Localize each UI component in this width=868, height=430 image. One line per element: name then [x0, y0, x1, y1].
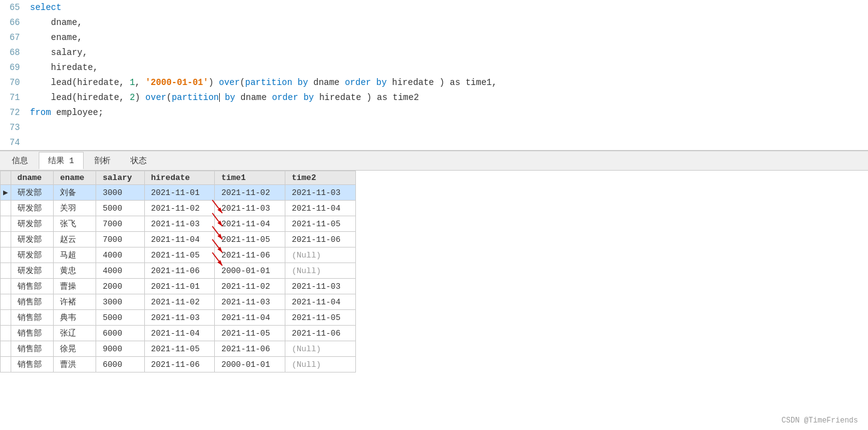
code-line-65: 65 select [0, 0, 868, 15]
table-cell: 2021-11-03 [285, 185, 356, 201]
tab-info[interactable]: 信息 [2, 152, 37, 169]
table-cell: 研发部 [11, 232, 53, 248]
code-line-72: 72 from employee; [0, 105, 868, 120]
table-cell: 9000 [96, 341, 144, 357]
table-cell: 2021-11-04 [285, 294, 356, 310]
table-cell: 2021-11-05 [144, 341, 215, 357]
table-cell: 7000 [96, 232, 144, 248]
table-cell: 2021-11-06 [285, 232, 356, 248]
table-cell: 6000 [96, 326, 144, 341]
table-cell: 2021-11-06 [144, 263, 215, 279]
table-cell: 2021-11-05 [215, 326, 285, 341]
table-cell: 2021-11-05 [285, 216, 356, 232]
table-cell: 销售部 [11, 294, 53, 310]
tab-profile[interactable]: 剖析 [85, 152, 120, 169]
tab-status[interactable]: 状态 [121, 152, 156, 169]
table-cell: 刘备 [54, 185, 96, 201]
table-cell: 2021-11-02 [144, 201, 215, 216]
table-cell: 研发部 [11, 201, 53, 216]
table-cell: 研发部 [11, 216, 53, 232]
table-cell: 典韦 [54, 310, 96, 326]
table-cell: 2021-11-06 [144, 357, 215, 372]
table-cell: 黄忠 [54, 263, 96, 279]
table-cell: 2021-11-03 [215, 294, 285, 310]
table-cell: 2021-11-03 [215, 201, 285, 216]
table-row[interactable]: 销售部张辽60002021-11-042021-11-052021-11-06 [1, 326, 356, 341]
table-row[interactable]: 研发部关羽50002021-11-022021-11-032021-11-04 [1, 201, 356, 216]
table-cell: 2021-11-04 [285, 201, 356, 216]
code-line-70: 70 lead(hiredate, 1, '2000-01-01') over(… [0, 75, 868, 90]
table-cell: 销售部 [11, 357, 53, 372]
watermark: CSDN @TimeFriends [782, 416, 858, 425]
table-cell: 4000 [96, 263, 144, 279]
result-table: dname ename salary hiredate time1 time2 … [0, 171, 356, 372]
table-cell: 2021-11-02 [144, 294, 215, 310]
col-time2: time2 [285, 171, 356, 185]
row-indicator [1, 232, 11, 248]
table-row[interactable]: ▶研发部刘备30002021-11-012021-11-022021-11-03 [1, 185, 356, 201]
table-cell: 7000 [96, 216, 144, 232]
table-row[interactable]: 研发部赵云70002021-11-042021-11-052021-11-06 [1, 232, 356, 248]
table-cell: 2021-11-03 [144, 216, 215, 232]
col-time1: time1 [215, 171, 285, 185]
table-cell: 2021-11-05 [215, 232, 285, 248]
table-cell: 2000-01-01 [215, 357, 285, 372]
table-cell: 2000-01-01 [215, 263, 285, 279]
table-cell: 张飞 [54, 216, 96, 232]
row-indicator [1, 310, 11, 326]
table-cell: 2000 [96, 279, 144, 294]
table-cell: 马超 [54, 248, 96, 263]
table-row[interactable]: 销售部典韦50002021-11-032021-11-042021-11-05 [1, 310, 356, 326]
table-cell: 2021-11-06 [285, 326, 356, 341]
table-cell: 赵云 [54, 232, 96, 248]
tab-results[interactable]: 结果 1 [39, 152, 84, 169]
table-cell: 2021-11-06 [215, 341, 285, 357]
table-cell: 2021-11-04 [144, 326, 215, 341]
code-line-71: 71 lead(hiredate, 2) over(partition by d… [0, 90, 868, 105]
table-row[interactable]: 研发部张飞70002021-11-032021-11-042021-11-05 [1, 216, 356, 232]
row-indicator [1, 216, 11, 232]
table-cell: 2021-11-03 [285, 279, 356, 294]
table-cell: (Null) [285, 248, 356, 263]
row-indicator [1, 294, 11, 310]
code-line-66: 66 dname, [0, 15, 868, 30]
table-cell: 2021-11-02 [215, 185, 285, 201]
table-row[interactable]: 销售部曹操20002021-11-012021-11-022021-11-03 [1, 279, 356, 294]
code-editor[interactable]: 65 select 66 dname, 67 ename, 68 salary,… [0, 0, 868, 151]
table-cell: 销售部 [11, 341, 53, 357]
table-cell: 关羽 [54, 201, 96, 216]
code-line-73: 73 [0, 120, 868, 135]
col-dname: dname [11, 171, 53, 185]
table-cell: 销售部 [11, 279, 53, 294]
code-line-67: 67 ename, [0, 30, 868, 45]
table-cell: 5000 [96, 201, 144, 216]
table-row[interactable]: 研发部黄忠40002021-11-062000-01-01(Null) [1, 263, 356, 279]
table-cell: 研发部 [11, 248, 53, 263]
code-line-74: 74 [0, 135, 868, 150]
table-wrapper: dname ename salary hiredate time1 time2 … [0, 171, 356, 372]
row-indicator [1, 326, 11, 341]
table-cell: 销售部 [11, 326, 53, 341]
table-cell: 2021-11-02 [215, 279, 285, 294]
row-indicator [1, 263, 11, 279]
table-cell: (Null) [285, 357, 356, 372]
table-cell: 曹操 [54, 279, 96, 294]
table-cell: (Null) [285, 341, 356, 357]
table-cell: 2021-11-04 [215, 216, 285, 232]
table-cell: 研发部 [11, 263, 53, 279]
table-cell: 研发部 [11, 185, 53, 201]
table-row[interactable]: 销售部曹洪60002021-11-062000-01-01(Null) [1, 357, 356, 372]
table-row[interactable]: 销售部许褚30002021-11-022021-11-032021-11-04 [1, 294, 356, 310]
table-cell: 3000 [96, 294, 144, 310]
table-cell: 2021-11-05 [144, 248, 215, 263]
code-line-69: 69 hiredate, [0, 60, 868, 75]
col-indicator [1, 171, 11, 185]
tabs-bar: 信息 结果 1 剖析 状态 [0, 151, 868, 171]
table-cell: 销售部 [11, 310, 53, 326]
table-row[interactable]: 销售部徐晃90002021-11-052021-11-06(Null) [1, 341, 356, 357]
col-hiredate: hiredate [144, 171, 215, 185]
row-indicator [1, 248, 11, 263]
table-row[interactable]: 研发部马超40002021-11-052021-11-06(Null) [1, 248, 356, 263]
table-cell: 2021-11-01 [144, 185, 215, 201]
table-cell: 许褚 [54, 294, 96, 310]
